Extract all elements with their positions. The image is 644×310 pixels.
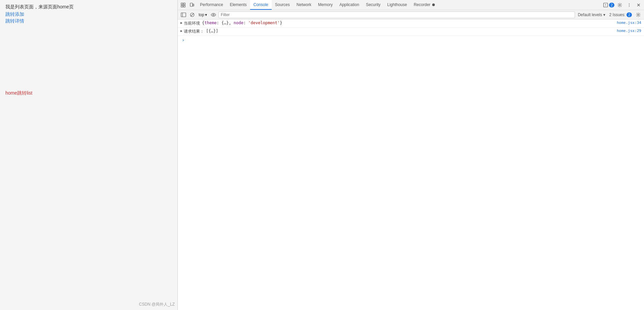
svg-point-10 xyxy=(629,3,630,4)
link-detail[interactable]: 跳转详情 xyxy=(5,18,172,24)
console-settings-button[interactable] xyxy=(635,11,642,19)
filter-input[interactable] xyxy=(218,11,575,18)
more-options-icon[interactable] xyxy=(625,1,633,9)
clear-console-button[interactable] xyxy=(189,11,196,19)
svg-rect-1 xyxy=(183,3,185,5)
svg-point-12 xyxy=(629,6,630,7)
tab-console[interactable]: Console xyxy=(250,0,272,10)
svg-rect-0 xyxy=(181,3,183,5)
watermark: CSDN @局外人_LZ xyxy=(139,302,175,307)
svg-rect-3 xyxy=(183,5,185,7)
console-value-1: {theme: {…}, node: 'development'} xyxy=(202,21,282,25)
expand-arrow-2[interactable]: ▶ xyxy=(180,29,182,33)
svg-point-11 xyxy=(629,5,630,5)
devtools-tabs: Performance Elements Console Sources Net… xyxy=(197,0,603,10)
svg-rect-2 xyxy=(181,5,183,7)
tab-recorder[interactable]: Recorder ⏺ xyxy=(410,0,439,10)
page-main-text: 我是列表页面，来源页面home页 xyxy=(5,4,172,10)
context-label: top xyxy=(199,12,204,17)
console-label-1: 当前环境 xyxy=(184,21,200,26)
svg-point-8 xyxy=(605,6,606,6)
svg-line-16 xyxy=(191,13,194,16)
default-levels-button[interactable]: Default levels ▾ xyxy=(576,12,606,17)
settings-icon[interactable] xyxy=(616,1,624,9)
tab-lighthouse[interactable]: Lighthouse xyxy=(384,0,410,10)
toolbar-right: 2 ✕ xyxy=(603,1,643,9)
tab-network[interactable]: Network xyxy=(293,0,315,10)
issues-icon xyxy=(603,3,608,7)
console-issues-button[interactable]: 2 Issues: 2 xyxy=(608,12,633,17)
console-label-2: 请求结果： xyxy=(184,29,204,34)
link-home-to-list[interactable]: home跳转list xyxy=(5,90,32,96)
close-icon[interactable]: ✕ xyxy=(635,1,643,9)
tab-security[interactable]: Security xyxy=(363,0,384,10)
devtools-panel: Performance Elements Console Sources Net… xyxy=(177,0,644,310)
console-source-2[interactable]: home.jsx:29 xyxy=(617,29,641,33)
console-row-1: ▶ 当前环境 {theme: {…}, node: 'development'}… xyxy=(178,20,644,28)
issues-count: 2 xyxy=(609,3,614,7)
svg-rect-13 xyxy=(181,13,186,17)
console-source-1[interactable]: home.jsx:34 xyxy=(617,21,641,25)
device-toolbar-icon[interactable] xyxy=(188,1,196,9)
console-issues-count: 2 xyxy=(626,12,632,17)
svg-point-18 xyxy=(638,14,639,15)
svg-point-9 xyxy=(619,4,620,5)
tab-application[interactable]: Application xyxy=(336,0,363,10)
context-selector[interactable]: top ▾ xyxy=(197,12,208,18)
console-value-2: [{…}] xyxy=(206,29,218,33)
console-toolbar: top ▾ Default levels ▾ 2 Issues: 2 xyxy=(178,10,644,20)
console-output: ▶ 当前环境 {theme: {…}, node: 'development'}… xyxy=(178,20,644,310)
live-expressions-button[interactable] xyxy=(210,11,217,19)
tab-memory[interactable]: Memory xyxy=(315,0,336,10)
default-levels-label: Default levels xyxy=(578,12,602,17)
default-levels-arrow: ▾ xyxy=(603,12,605,17)
tab-performance[interactable]: Performance xyxy=(197,0,227,10)
page-area: 我是列表页面，来源页面home页 跳转添加 跳转详情 home跳转list CS… xyxy=(0,0,177,310)
tab-elements[interactable]: Elements xyxy=(227,0,250,10)
svg-point-17 xyxy=(212,14,214,15)
devtools-top-toolbar: Performance Elements Console Sources Net… xyxy=(178,0,644,10)
svg-rect-5 xyxy=(193,4,194,6)
console-row-2: ▶ 请求结果： [{…}] home.jsx:29 xyxy=(178,28,644,36)
svg-rect-4 xyxy=(190,3,193,6)
console-sidebar-button[interactable] xyxy=(180,11,187,19)
issues-text: 2 Issues: xyxy=(609,12,625,17)
inspect-icon[interactable] xyxy=(179,1,187,9)
context-arrow: ▾ xyxy=(205,12,207,17)
expand-arrow-1[interactable]: ▶ xyxy=(180,21,182,25)
issues-badge[interactable]: 2 xyxy=(603,3,614,7)
link-add[interactable]: 跳转添加 xyxy=(5,11,172,18)
console-prompt-icon[interactable]: › xyxy=(180,37,186,43)
console-input-row: › xyxy=(178,36,644,44)
tab-sources[interactable]: Sources xyxy=(272,0,293,10)
